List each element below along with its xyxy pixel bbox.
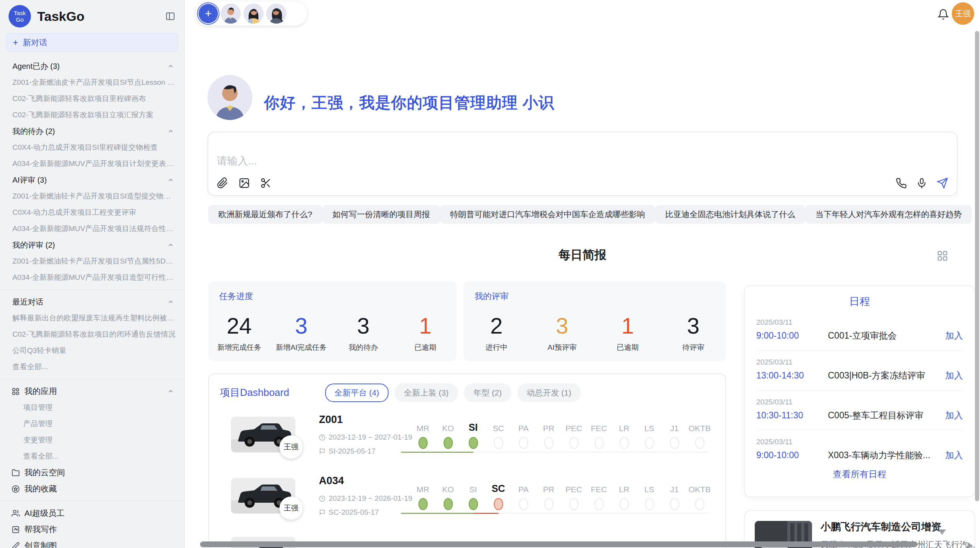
sidebar-item[interactable]: Z001-全新燃油皮卡产品开发项目SI节点Lesson Learn报告 (0, 74, 184, 91)
sidebar-section-title: Agent已办 (3) (12, 61, 167, 72)
sidebar-item[interactable]: Z001-全新燃油轻卡产品开发项目SI造型提交物评审 (0, 188, 184, 204)
suggestion-chip[interactable]: 欧洲新规最近颁布了什么? (208, 205, 322, 224)
sidebar-item[interactable]: 公司Q3轻卡销量 (0, 342, 184, 359)
milestone-track: MR KO SI SC PA PR PEC FEC LR LS J1 OKTB (410, 480, 712, 522)
stat-column: 3 我的待办 (332, 314, 394, 353)
event-join-link[interactable]: 加入 (945, 409, 963, 421)
sidebar-section-header[interactable]: 我的待办 (2) (0, 123, 184, 139)
user-avatar[interactable]: 王强 (952, 2, 974, 25)
sidebar-item-my-apps[interactable]: 我的应用 (0, 383, 184, 399)
sidebar-item[interactable]: C0X4-动力总成开发项目工程变更评审 (0, 204, 184, 221)
milestone-dot (444, 498, 453, 510)
sidebar-item-favorites[interactable]: 我的收藏 (0, 481, 184, 497)
dashboard-filter-tab[interactable]: 全新上装 (3) (395, 384, 458, 402)
view-all-schedule-link[interactable]: 查看所有日程 (745, 468, 975, 480)
suggestion-chip[interactable]: 当下年轻人对汽车外观有怎样的喜好趋势 (805, 205, 972, 224)
dashboard-filter-tab[interactable]: 年型 (2) (464, 384, 511, 402)
attachment-icon[interactable] (217, 177, 228, 189)
milestone: J1 (662, 418, 687, 461)
microphone-icon[interactable] (916, 178, 927, 189)
milestone: PR (536, 418, 561, 461)
phone-icon[interactable] (896, 178, 907, 189)
sidebar-item[interactable]: A034-全新新能源MUV产品开发项目造型可行性评审 (0, 269, 184, 286)
suggestion-chip[interactable]: 特朗普可能对进口汽车增税会对中国车企造成哪些影响 (440, 205, 655, 224)
event-name[interactable]: C003|H0B-方案冻结评审 (828, 370, 941, 382)
flag-icon (319, 448, 326, 455)
sidebar-item[interactable]: C02-飞腾新能源轻客改款项目的闭环通告反馈情况 (0, 326, 184, 342)
collapse-sidebar-icon[interactable] (165, 11, 176, 21)
milestone-dot (418, 498, 428, 510)
sidebar-item-cloud-space[interactable]: 我的云空间 (0, 464, 184, 481)
milestone-label: LS (644, 418, 654, 433)
milestone-dot (418, 437, 428, 449)
vertical-scrollbar-thumb[interactable] (975, 31, 979, 501)
cloud-space-label: 我的云空间 (24, 467, 65, 478)
sidebar-section-header[interactable]: 我的评审 (2) (0, 237, 184, 253)
news-title[interactable]: 小鹏飞行汽车制造公司增资 (821, 521, 975, 533)
scroll-down-arrow[interactable] (938, 529, 946, 535)
event-name[interactable]: C001-立项审批会 (828, 330, 941, 342)
chevron-up-icon[interactable] (167, 241, 174, 248)
sidebar-section-title: 我的待办 (2) (12, 126, 167, 137)
chat-input-card[interactable]: 请输入... (207, 132, 958, 196)
sidebar-item[interactable]: C02-飞腾新能源轻客改款项目里程碑画布 (0, 91, 184, 107)
sidebar-app-item[interactable]: 变更管理 (0, 432, 184, 448)
stat-label: 新增AI完成任务 (276, 342, 327, 353)
sidebar-item-creative-drawing[interactable]: 创意制图 (0, 538, 184, 548)
new-chat-button[interactable]: + 新对话 (6, 33, 178, 52)
sidebar-item[interactable]: A034-全新新能源MUV产品开发项目计划变更表编写 (0, 156, 184, 172)
sidebar-item-help-me-write[interactable]: 帮我写作 (0, 521, 184, 538)
milestone-label: MR (416, 418, 429, 433)
project-code[interactable]: A034 (319, 475, 344, 487)
layout-grid-icon[interactable] (937, 250, 948, 262)
stat-label: 已逾期 (414, 342, 436, 353)
sidebar-item[interactable]: C0X4-动力总成开发项目SI里程碑提交物检查 (0, 139, 184, 156)
agent-avatar-1[interactable] (221, 3, 241, 24)
image-icon[interactable] (238, 177, 250, 189)
event-name[interactable]: C005-整车工程目标评审 (828, 409, 941, 421)
card-title: 任务进度 (219, 291, 253, 302)
horizontal-scrollbar-thumb[interactable] (200, 541, 917, 547)
send-icon[interactable] (937, 177, 948, 189)
agent-quickbar: + (195, 2, 307, 26)
scroll-right-arrow[interactable] (968, 542, 973, 548)
sidebar-section-header[interactable]: AI评审 (3) (0, 172, 184, 188)
suggestion-chip[interactable]: 如何写一份清晰的项目周报 (322, 205, 440, 224)
chevron-up-icon[interactable] (167, 298, 174, 305)
chevron-up-icon[interactable] (167, 128, 174, 135)
stat-column: 2 进行中 (464, 314, 529, 353)
suggestion-chip[interactable]: 比亚迪全固态电池计划具体说了什么 (655, 205, 805, 224)
chevron-up-icon[interactable] (167, 176, 174, 183)
app-title: TaskGo (37, 9, 84, 24)
sidebar-section-header[interactable]: Agent已办 (3) (0, 58, 184, 74)
add-agent-button[interactable]: + (199, 4, 218, 23)
scissors-icon[interactable] (260, 177, 272, 189)
event-join-link[interactable]: 加入 (945, 370, 963, 382)
sidebar-section-header[interactable]: 最近对话 (0, 294, 184, 310)
sidebar-app-item[interactable]: 产品管理 (0, 416, 184, 432)
agent-avatar-3[interactable] (266, 3, 286, 24)
dashboard-filter-tab[interactable]: 全新平台 (4) (325, 384, 389, 402)
sidebar-app-item[interactable]: 项目管理 (0, 399, 184, 416)
event-join-link[interactable]: 加入 (945, 449, 963, 461)
chevron-up-icon[interactable] (167, 388, 174, 395)
project-code[interactable]: Z001 (319, 414, 343, 426)
sidebar-item-ai-super-staff[interactable]: AI超级员工 (0, 505, 184, 521)
milestone: LS (637, 418, 662, 461)
agent-avatar-2[interactable] (243, 3, 264, 24)
chevron-up-icon[interactable] (167, 63, 174, 70)
event-name[interactable]: X003-车辆动力学性能验... (828, 449, 941, 461)
event-join-link[interactable]: 加入 (945, 330, 963, 342)
pen-icon (12, 542, 20, 548)
sidebar-scroll-area[interactable]: Agent已办 (3) Z001-全新燃油皮卡产品开发项目SI节点Lesson … (0, 56, 184, 548)
sidebar-item[interactable]: C02-飞腾新能源轻客改款项目立项汇报方案 (0, 107, 184, 123)
milestone-dot (670, 437, 679, 449)
sidebar-item[interactable]: Z001-全新燃油轻卡产品开发项目SI节点属性5D文件评审 (0, 253, 184, 269)
sidebar-app-item[interactable]: 查看全部... (0, 448, 184, 464)
stat-label: 我的待办 (349, 342, 378, 353)
sidebar-item[interactable]: 解释最新出台的欧盟报废车法规再生塑料比例被调至15%... (0, 310, 184, 326)
sidebar-item[interactable]: 查看全部... (0, 359, 184, 375)
dashboard-filter-tab[interactable]: 动总开发 (1) (517, 384, 581, 402)
sidebar-item[interactable]: A034-全新新能源MUV产品开发项目法规符合性评审 (0, 221, 184, 237)
notification-bell-icon[interactable] (937, 9, 949, 20)
